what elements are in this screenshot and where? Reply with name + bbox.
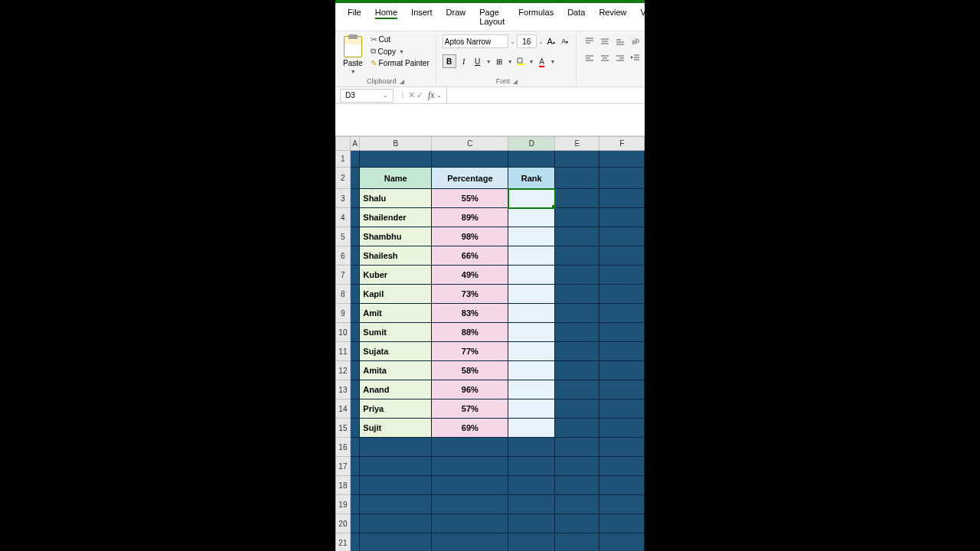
- col-header-E[interactable]: E: [555, 137, 599, 151]
- percentage-cell[interactable]: 96%: [432, 380, 508, 399]
- font-color-button[interactable]: A: [536, 55, 548, 67]
- cell[interactable]: [432, 533, 508, 552]
- cell[interactable]: [360, 476, 432, 495]
- borders-button[interactable]: ⊞: [493, 55, 505, 67]
- confirm-formula-button[interactable]: ✓: [416, 90, 423, 100]
- row-header[interactable]: 15: [336, 419, 351, 438]
- cell[interactable]: [555, 419, 599, 438]
- cell[interactable]: [599, 361, 645, 380]
- cell[interactable]: [599, 380, 645, 399]
- rank-cell[interactable]: [508, 304, 555, 323]
- row-header[interactable]: 19: [336, 495, 351, 514]
- name-box[interactable]: D3 ⌄: [340, 89, 394, 103]
- cell[interactable]: [555, 533, 599, 552]
- row-header[interactable]: 3: [336, 189, 351, 208]
- row-header[interactable]: 8: [336, 285, 351, 304]
- menu-review[interactable]: Review: [593, 5, 632, 29]
- format-painter-button[interactable]: ✎ Format Painter: [369, 58, 431, 68]
- cell[interactable]: [555, 514, 599, 533]
- cell[interactable]: [599, 266, 645, 285]
- percentage-cell[interactable]: 83%: [432, 304, 508, 323]
- cell[interactable]: [555, 151, 599, 168]
- name-cell[interactable]: Shambhu: [360, 227, 432, 246]
- cell[interactable]: [350, 189, 360, 208]
- cut-button[interactable]: ✂ Cut: [369, 34, 431, 44]
- formula-bar-expanded[interactable]: [335, 104, 645, 136]
- align-bottom-button[interactable]: [613, 34, 627, 48]
- percentage-cell[interactable]: 55%: [432, 189, 508, 208]
- row-header[interactable]: 21: [336, 533, 351, 552]
- name-cell[interactable]: Sumit: [360, 323, 432, 342]
- row-header[interactable]: 14: [336, 399, 351, 419]
- rank-cell[interactable]: [508, 361, 555, 380]
- cell[interactable]: [350, 361, 360, 380]
- name-cell[interactable]: Shailesh: [360, 246, 432, 266]
- percentage-cell[interactable]: 88%: [432, 323, 508, 342]
- row-header[interactable]: 9: [336, 304, 351, 323]
- worksheet[interactable]: A B C D E F 1: [335, 136, 645, 551]
- cell[interactable]: [555, 304, 599, 323]
- header-rank-cell[interactable]: Rank: [508, 168, 555, 189]
- rank-cell[interactable]: [508, 189, 555, 208]
- cell[interactable]: [599, 342, 645, 361]
- cell[interactable]: [599, 438, 645, 457]
- cell[interactable]: [350, 227, 360, 246]
- rank-cell[interactable]: [508, 323, 555, 342]
- name-cell[interactable]: Sujata: [360, 342, 432, 361]
- cell[interactable]: [555, 227, 599, 246]
- cell[interactable]: [599, 457, 645, 476]
- cell[interactable]: [599, 419, 645, 438]
- cell[interactable]: [555, 457, 599, 476]
- percentage-cell[interactable]: 58%: [432, 361, 508, 380]
- row-header[interactable]: 18: [336, 476, 351, 495]
- cell[interactable]: [599, 399, 645, 419]
- percentage-cell[interactable]: 98%: [432, 227, 508, 246]
- cell[interactable]: [360, 438, 432, 457]
- percentage-cell[interactable]: 49%: [432, 266, 508, 285]
- cell[interactable]: [599, 168, 645, 189]
- cell[interactable]: [599, 533, 645, 552]
- cell[interactable]: [599, 514, 645, 533]
- cell[interactable]: [599, 208, 645, 227]
- cell[interactable]: [360, 495, 432, 514]
- cell[interactable]: [350, 399, 360, 419]
- menu-home[interactable]: Home: [369, 5, 403, 29]
- col-header-A[interactable]: A: [350, 137, 360, 151]
- fill-color-button[interactable]: [514, 55, 527, 67]
- cell[interactable]: [599, 189, 645, 208]
- rank-cell[interactable]: [508, 380, 555, 399]
- menu-data[interactable]: Data: [561, 5, 591, 29]
- cell[interactable]: [555, 476, 599, 495]
- cell[interactable]: [555, 342, 599, 361]
- cell[interactable]: [599, 304, 645, 323]
- row-header[interactable]: 16: [336, 438, 351, 457]
- row-header[interactable]: 10: [336, 323, 351, 342]
- row-header[interactable]: 4: [336, 208, 351, 227]
- cell[interactable]: [350, 457, 360, 476]
- name-cell[interactable]: Kapil: [360, 285, 432, 304]
- font-name-select[interactable]: [443, 34, 508, 48]
- rank-cell[interactable]: [508, 399, 555, 419]
- menu-draw[interactable]: Draw: [440, 5, 472, 29]
- cell[interactable]: [432, 457, 508, 476]
- cell[interactable]: [555, 266, 599, 285]
- orientation-button[interactable]: ab: [629, 34, 642, 48]
- cell[interactable]: [350, 476, 360, 495]
- percentage-cell[interactable]: 57%: [432, 399, 508, 419]
- cell[interactable]: [432, 476, 508, 495]
- dialog-launcher-icon[interactable]: ◢: [513, 78, 518, 85]
- rank-cell[interactable]: [508, 246, 555, 266]
- cell[interactable]: [555, 361, 599, 380]
- name-cell[interactable]: Shailender: [360, 208, 432, 227]
- align-top-button[interactable]: [583, 34, 596, 48]
- cell[interactable]: [508, 476, 555, 495]
- row-header[interactable]: 2: [336, 168, 351, 189]
- cell[interactable]: [432, 495, 508, 514]
- align-middle-button[interactable]: [598, 34, 612, 48]
- menu-page-layout[interactable]: Page Layout: [473, 5, 511, 29]
- select-all-corner[interactable]: [336, 137, 351, 151]
- cell[interactable]: [360, 533, 432, 552]
- row-header[interactable]: 6: [336, 246, 351, 266]
- cell[interactable]: [350, 304, 360, 323]
- cell[interactable]: [350, 514, 360, 533]
